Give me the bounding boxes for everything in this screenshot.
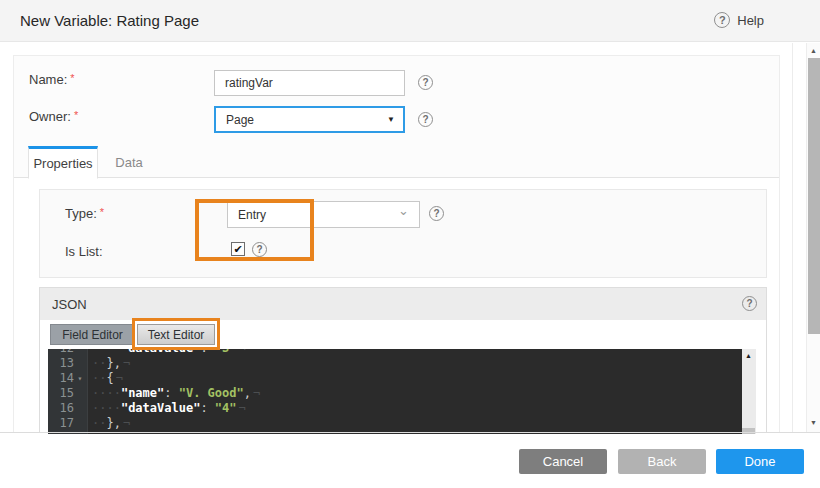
form-panel: Name:* ? Owner:* Page ▼ ? Properties Dat…: [13, 55, 780, 432]
tab-data[interactable]: Data: [98, 146, 160, 179]
type-help-icon[interactable]: ?: [429, 206, 444, 221]
is-list-label: Is List:: [65, 244, 103, 259]
type-section: Type:* Entry ⌄ ? Is List: ✔ ?: [39, 189, 767, 278]
fold-spacer: [74, 349, 86, 356]
field-editor-button[interactable]: Field Editor: [50, 324, 135, 345]
type-label: Type:*: [65, 206, 104, 221]
page-scrollbar-thumb[interactable]: [808, 58, 820, 334]
footer-separator: [0, 432, 820, 433]
owner-select[interactable]: Page ▼: [214, 106, 405, 133]
json-help-icon[interactable]: ?: [742, 296, 757, 311]
dropdown-arrow-icon: ▼: [387, 115, 395, 124]
code-line: 15····"name": "V. Good",¬: [48, 386, 742, 401]
json-section-title: JSON: [52, 297, 87, 312]
code-lines: 12····"dataValue": "3"¬13··},¬14▾··{¬15·…: [48, 349, 742, 431]
required-marker: *: [100, 206, 104, 218]
fold-spacer: [74, 416, 86, 431]
fold-spacer: [74, 401, 86, 416]
is-list-help-icon[interactable]: ?: [252, 242, 267, 257]
cancel-button[interactable]: Cancel: [519, 449, 607, 474]
fold-open-icon[interactable]: ▾: [74, 371, 86, 386]
fold-spacer: [74, 386, 86, 401]
type-select-value: Entry: [238, 208, 266, 222]
name-label: Name:*: [29, 72, 75, 87]
text-editor-button[interactable]: Text Editor: [137, 324, 215, 345]
code-line: 17··},¬: [48, 416, 742, 431]
editor-scrollbar-corner[interactable]: [742, 428, 755, 434]
tab-strip: Properties Data: [14, 146, 779, 178]
back-button[interactable]: Back: [618, 449, 706, 474]
owner-label: Owner:*: [29, 109, 78, 124]
page-scrollbar[interactable]: ▲ ▼: [806, 43, 820, 432]
owner-select-value: Page: [226, 113, 254, 127]
json-code-editor[interactable]: 12····"dataValue": "3"¬13··},¬14▾··{¬15·…: [48, 349, 742, 434]
code-line: 12····"dataValue": "3"¬: [48, 349, 742, 356]
name-input[interactable]: [214, 70, 405, 96]
required-marker: *: [70, 72, 74, 84]
tab-properties[interactable]: Properties: [28, 146, 98, 179]
help-icon: ?: [714, 12, 730, 28]
is-list-checkbox[interactable]: ✔: [231, 242, 245, 256]
fold-spacer: [74, 356, 86, 371]
editor-scroll-up-icon[interactable]: ▲: [742, 352, 755, 359]
dialog-header: New Variable: Rating Page ? Help: [0, 0, 820, 42]
help-link[interactable]: ? Help: [714, 12, 764, 28]
help-label: Help: [737, 13, 764, 28]
name-help-icon[interactable]: ?: [418, 75, 433, 90]
page-title: New Variable: Rating Page: [20, 12, 199, 29]
chevron-down-icon: ⌄: [398, 203, 409, 218]
code-line: 13··},¬: [48, 356, 742, 371]
type-select[interactable]: Entry ⌄: [227, 201, 420, 228]
done-button[interactable]: Done: [716, 449, 804, 474]
content-right-edge: [792, 43, 793, 432]
owner-help-icon[interactable]: ?: [418, 112, 433, 127]
required-marker: *: [74, 109, 78, 121]
json-section-header: JSON ?: [40, 288, 766, 320]
editor-scrollbar[interactable]: ▲: [742, 349, 756, 434]
scroll-down-icon[interactable]: ▼: [807, 419, 820, 426]
code-line: 14▾··{¬: [48, 371, 742, 386]
scroll-up-icon[interactable]: ▲: [807, 47, 820, 54]
new-variable-dialog: New Variable: Rating Page ? Help ▲ ▼ Nam…: [0, 0, 820, 488]
code-line: 16····"dataValue": "4"¬: [48, 401, 742, 416]
json-section: JSON ? Field Editor Text Editor 12····"d…: [39, 287, 767, 433]
